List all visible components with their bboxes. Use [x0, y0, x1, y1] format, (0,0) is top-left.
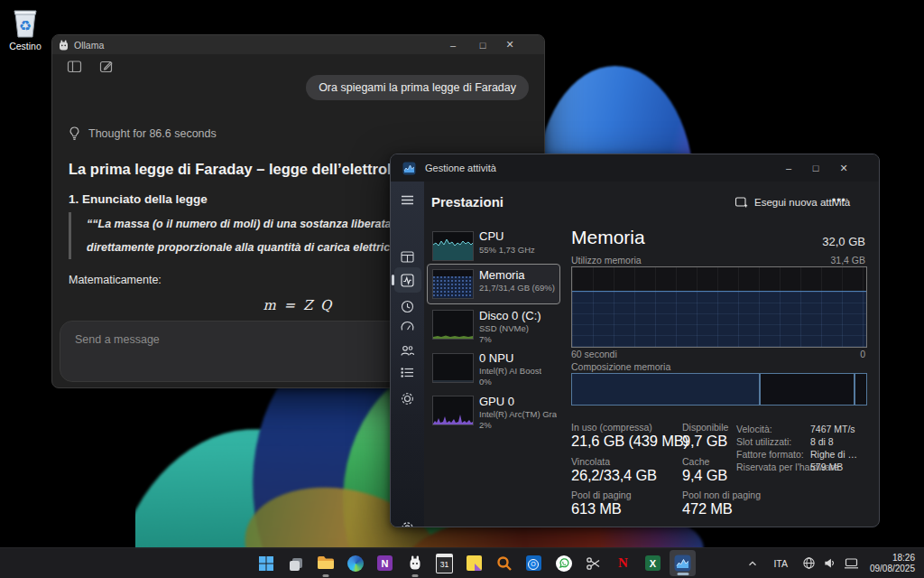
- thought-summary[interactable]: Thought for 86.6 seconds: [69, 126, 217, 141]
- nav-processes-icon[interactable]: [400, 249, 415, 265]
- disk-detail-1: SSD (NVMe): [479, 323, 529, 333]
- run-new-task-icon: [735, 196, 748, 209]
- clock[interactable]: 18:26 09/08/2025: [870, 553, 915, 574]
- ollama-close-button[interactable]: ✕: [498, 35, 522, 54]
- task-manager-window-title: Gestione attività: [425, 163, 496, 173]
- npu-thumbnail[interactable]: [432, 353, 474, 383]
- stat-value-nonpaged: 472 MB: [682, 500, 733, 517]
- detail-value-formfactor: Righe di …: [810, 449, 857, 460]
- stat-label-nonpaged: Pool non di paging: [682, 489, 761, 500]
- sidebar-toggle-icon[interactable]: [67, 60, 82, 74]
- start-button[interactable]: [251, 548, 281, 578]
- tm-minimize-button[interactable]: –: [777, 154, 800, 182]
- nav-services-icon[interactable]: [400, 391, 415, 406]
- sidebar-item-npu[interactable]: 0 NPU: [479, 351, 513, 365]
- memory-thumbnail[interactable]: [432, 269, 474, 299]
- task-manager-app-icon: [402, 162, 416, 175]
- nav-app-history-icon[interactable]: [400, 299, 415, 314]
- sidebar-item-memory[interactable]: Memoria: [479, 268, 525, 282]
- answer-heading: La prima legge di Faraday – legge dell’e…: [69, 161, 408, 178]
- explorer-running-indicator: [322, 574, 328, 577]
- sticky-notes-button[interactable]: [459, 548, 489, 578]
- calendar-icon: 31: [436, 554, 453, 573]
- taskbar-icons: N 31 O N: [251, 548, 698, 578]
- sidebar-item-disk[interactable]: Disco 0 (C:): [479, 309, 541, 322]
- recycle-bin-shortcut[interactable]: ♻ Cestino: [5, 7, 45, 51]
- disk-thumbnail[interactable]: [432, 310, 474, 340]
- task-manager-active-indicator: [677, 573, 688, 575]
- stat-label-cached: Cache: [682, 456, 709, 467]
- excel-button[interactable]: X: [638, 548, 668, 578]
- task-view-icon: [288, 555, 304, 572]
- sidebar-item-cpu[interactable]: CPU: [479, 229, 504, 243]
- tray-date: 09/08/2025: [870, 564, 915, 574]
- ollama-titlebar[interactable]: Ollama – □ ✕: [52, 35, 544, 54]
- nav-performance-icon[interactable]: [400, 273, 415, 288]
- chart-timespan: 60 secondi: [571, 349, 617, 359]
- onenote-icon: N: [377, 555, 393, 571]
- battery-laptop-icon[interactable]: [844, 556, 859, 570]
- task-manager-titlebar[interactable]: Gestione attività – □ ✕: [391, 154, 879, 182]
- stat-label-committed: Vincolata: [571, 456, 610, 467]
- network-globe-icon[interactable]: [802, 556, 816, 570]
- stat-value-available: 9,7 GB: [682, 433, 727, 450]
- thought-summary-text: Thought for 86.6 seconds: [88, 127, 217, 140]
- math-intro: Matematicamente:: [69, 274, 162, 286]
- system-tray: ITA 18:26 09/08/2025: [746, 548, 924, 578]
- memory-panel-title: Memoria: [571, 227, 645, 248]
- stat-value-paged: 613 MB: [571, 500, 622, 517]
- tm-close-button[interactable]: ✕: [832, 154, 855, 182]
- search-app-button[interactable]: [489, 548, 519, 578]
- nav-details-icon[interactable]: [400, 365, 415, 380]
- search-magnifier-icon: [496, 555, 513, 572]
- scissors-icon: [586, 555, 602, 572]
- tm-maximize-button[interactable]: □: [804, 154, 827, 182]
- outlook-button[interactable]: O: [519, 548, 549, 578]
- calendar-button[interactable]: 31: [430, 548, 459, 578]
- task-manager-taskbar-icon: [674, 555, 691, 572]
- stat-label-available: Disponibile: [682, 422, 728, 433]
- cpu-thumbnail[interactable]: [432, 231, 474, 261]
- recycle-bin-label: Cestino: [5, 41, 45, 51]
- nav-users-icon[interactable]: [400, 343, 415, 359]
- task-manager-taskbar-button[interactable]: [670, 550, 696, 576]
- stat-label-inuse: In uso (compressa): [571, 422, 652, 433]
- ollama-minimize-button[interactable]: –: [441, 35, 465, 54]
- ollama-taskbar-button[interactable]: [400, 548, 430, 578]
- usage-chart-max: 31,4 GB: [830, 255, 865, 266]
- npu-detail-2: 0%: [479, 377, 492, 387]
- ollama-maximize-button[interactable]: □: [471, 35, 494, 54]
- file-explorer-button[interactable]: [310, 548, 340, 578]
- composition-divider: [854, 374, 855, 405]
- detail-value-slots: 8 di 8: [810, 436, 834, 447]
- language-indicator[interactable]: ITA: [773, 558, 788, 569]
- memory-composition-bar: [571, 373, 867, 406]
- detail-label-speed: Velocità:: [736, 424, 772, 434]
- windows-start-icon: [258, 555, 274, 572]
- onenote-button[interactable]: N: [370, 548, 400, 578]
- stat-label-paged: Pool di paging: [571, 489, 632, 500]
- ollama-window-title: Ollama: [74, 40, 104, 51]
- task-view-button[interactable]: [281, 548, 310, 578]
- netflix-button[interactable]: N: [608, 548, 638, 578]
- disk-detail-2: 7%: [479, 334, 492, 344]
- sidebar-item-gpu[interactable]: GPU 0: [479, 395, 514, 408]
- settings-gear-icon[interactable]: [400, 520, 415, 527]
- new-chat-icon[interactable]: [99, 60, 114, 74]
- edge-button[interactable]: [340, 548, 370, 578]
- stat-value-cached: 9,4 GB: [682, 467, 727, 484]
- nav-startup-apps-icon[interactable]: [400, 320, 415, 335]
- detail-value-reserved: 579 MB: [810, 461, 843, 472]
- menu-hamburger-icon[interactable]: [400, 192, 415, 208]
- more-options-button[interactable]: •••: [832, 194, 846, 207]
- whatsapp-button[interactable]: [549, 548, 578, 578]
- usage-chart-label: Utilizzo memoria: [571, 255, 642, 266]
- volume-icon[interactable]: [823, 556, 836, 570]
- hidden-icons-chevron[interactable]: [746, 557, 759, 570]
- composition-label: Composizione memoria: [571, 361, 670, 372]
- recycle-bin-icon: ♻: [10, 7, 41, 40]
- svg-text:♻: ♻: [19, 17, 32, 34]
- nav-selected-indicator: [392, 275, 394, 285]
- snipping-tool-button[interactable]: [578, 548, 608, 578]
- gpu-thumbnail[interactable]: [432, 396, 474, 425]
